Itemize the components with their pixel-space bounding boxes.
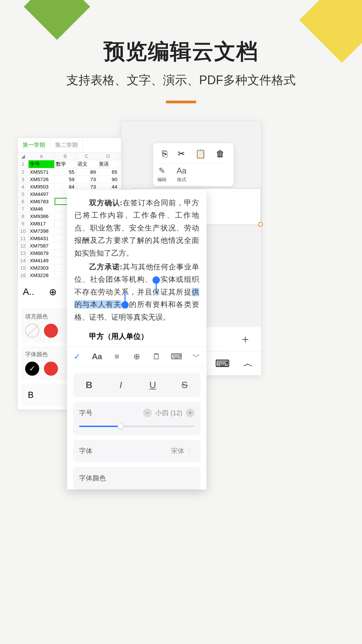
row-number[interactable]: 1: [18, 160, 28, 168]
col-header-d[interactable]: D: [98, 153, 119, 160]
sheet-tab-2[interactable]: 第二学期: [50, 138, 83, 152]
row-number[interactable]: 4: [18, 183, 28, 190]
italic-toggle[interactable]: I: [105, 373, 137, 397]
font-color-row[interactable]: 字体颜色: [73, 467, 200, 489]
cell[interactable]: XM6783: [28, 198, 55, 205]
cell[interactable]: 90: [98, 176, 119, 183]
format-aa-icon: Aa: [177, 166, 186, 175]
cell[interactable]: 数学: [55, 160, 76, 168]
cell[interactable]: XM2303: [28, 264, 55, 271]
add-button[interactable]: ⊕: [46, 285, 59, 299]
headline-underline: [166, 101, 196, 103]
chevron-down-icon[interactable]: ﹀: [190, 351, 202, 362]
row-number[interactable]: 9: [18, 220, 28, 227]
col-header-c[interactable]: C: [76, 153, 98, 160]
doc-footer: 甲方（用人单位）: [67, 331, 206, 346]
document-body[interactable]: 双方确认:在签订本合同前，甲方已将工作内容、工作条件、工作地点、职业危害、安全生…: [67, 190, 206, 331]
row-number[interactable]: 8: [18, 213, 28, 220]
cell[interactable]: 44: [98, 183, 119, 190]
chevron-up-icon[interactable]: ︿: [243, 357, 253, 370]
slider-thumb[interactable]: [118, 423, 124, 429]
sheet-tab-1[interactable]: 第一学期: [18, 138, 50, 152]
row-number[interactable]: 2: [18, 168, 28, 175]
font-button[interactable]: A..: [22, 285, 35, 299]
cell[interactable]: 英语: [98, 160, 119, 168]
selection-end-handle[interactable]: [121, 301, 129, 309]
cell[interactable]: 84: [55, 183, 76, 190]
underline-toggle[interactable]: U: [137, 373, 169, 397]
fontsize-minus[interactable]: −: [143, 409, 152, 417]
align-icon[interactable]: ≡: [111, 352, 123, 361]
style-section: B I U S 字号 − 小四 (12) + 字体 宋体 〉: [67, 367, 206, 489]
pencil-icon: ✎: [159, 166, 165, 175]
cell[interactable]: 89: [76, 168, 98, 175]
font-black-swatch[interactable]: ✓: [25, 362, 39, 376]
paragraph-2: 乙方承诺:其与其他任何企事业单位、社会团体等机构、实体或组织不存在劳动关系，并且…: [74, 261, 199, 323]
copy-icon[interactable]: ⎘: [162, 149, 168, 159]
p1-text: 在签订本合同前，甲方已将工作内容、工作条件、工作地点、职业危害、安全生产状况、劳…: [74, 199, 199, 257]
cell[interactable]: XM9503: [28, 183, 55, 190]
resize-handle[interactable]: [258, 222, 263, 227]
fontsize-slider[interactable]: [73, 424, 200, 435]
cell[interactable]: XM5571: [28, 168, 55, 175]
row-number[interactable]: 14: [18, 257, 28, 264]
cut-icon[interactable]: ✂: [178, 149, 185, 159]
font-family-row[interactable]: 字体 宋体 〉: [73, 440, 200, 462]
strike-toggle[interactable]: S: [169, 373, 200, 397]
cell[interactable]: XM6879: [28, 250, 55, 257]
row-number[interactable]: 13: [18, 250, 28, 257]
table-row: 2XM5571558965: [18, 168, 121, 176]
confirm-icon[interactable]: ✓: [71, 352, 83, 361]
fill-none-swatch[interactable]: [25, 324, 39, 338]
text-style-icon[interactable]: Aa: [91, 352, 103, 361]
cell[interactable]: XM46: [28, 205, 55, 212]
slider-fill: [79, 426, 121, 427]
note-icon[interactable]: 🗒: [150, 352, 163, 361]
cell[interactable]: 65: [98, 168, 119, 175]
row-number[interactable]: 12: [18, 242, 28, 249]
cell[interactable]: 73: [76, 176, 98, 183]
cell[interactable]: XM817: [28, 220, 55, 227]
fill-red-swatch[interactable]: [44, 324, 58, 338]
cell[interactable]: XM5726: [28, 176, 55, 183]
table-row: 4XM9503847344: [18, 183, 121, 191]
delete-icon[interactable]: 🗑: [216, 149, 225, 159]
cell[interactable]: 55: [55, 168, 76, 175]
add-icon[interactable]: ＋: [240, 331, 251, 347]
row-number[interactable]: 3: [18, 176, 28, 183]
cell[interactable]: 73: [76, 183, 98, 190]
col-header-a[interactable]: A: [28, 153, 55, 160]
cell[interactable]: XM7398: [28, 227, 55, 234]
format-menu-item[interactable]: Aa 格式: [177, 166, 186, 183]
cell[interactable]: XM4149: [28, 257, 55, 264]
row-number[interactable]: 6: [18, 198, 28, 205]
table-row: 3XM5726597390: [18, 176, 121, 183]
row-number[interactable]: 5: [18, 191, 28, 198]
row-number[interactable]: 16: [18, 272, 28, 279]
font-red-swatch[interactable]: [44, 362, 58, 376]
fontsize-plus[interactable]: +: [186, 409, 194, 417]
row-number[interactable]: 11: [18, 235, 28, 242]
table-row: 1学号数学语文英语: [18, 160, 121, 168]
selection-start-handle[interactable]: [153, 276, 160, 284]
cell[interactable]: 语文: [76, 160, 98, 168]
document-panel: 双方确认:在签订本合同前，甲方已将工作内容、工作条件、工作地点、职业危害、安全生…: [67, 190, 206, 489]
edit-menu-item[interactable]: ✎ 编辑: [157, 166, 167, 183]
col-header-b[interactable]: B: [55, 153, 76, 160]
row-number[interactable]: 15: [18, 264, 28, 271]
keyboard-toggle-icon[interactable]: ⌨: [171, 352, 183, 361]
cell[interactable]: XM6431: [28, 235, 55, 242]
row-number[interactable]: 10: [18, 227, 28, 234]
cell[interactable]: XM3228: [28, 272, 55, 279]
paste-icon[interactable]: 📋: [195, 149, 206, 159]
cell[interactable]: XM9386: [28, 213, 55, 220]
bold-toggle[interactable]: B: [73, 373, 105, 397]
corner-cell[interactable]: ◢: [18, 153, 28, 160]
cell[interactable]: XM4497: [28, 191, 55, 198]
insert-icon[interactable]: ⊕: [131, 352, 143, 361]
cell[interactable]: XM7587: [28, 242, 55, 249]
cell[interactable]: 学号: [28, 160, 55, 168]
keyboard-icon[interactable]: ⌨: [215, 358, 230, 369]
cell[interactable]: 59: [55, 176, 76, 183]
row-number[interactable]: 7: [18, 205, 28, 212]
